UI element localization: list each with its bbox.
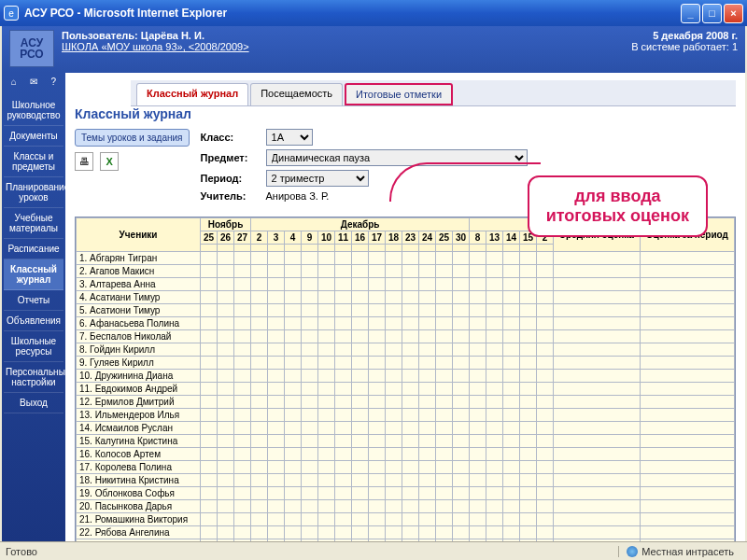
table-row: 1. Абгарян Тигран <box>77 252 735 265</box>
sidebar-item[interactable]: Персональные настройки <box>4 362 63 393</box>
app-logo: АСУ РСО <box>9 30 54 67</box>
sidebar-item[interactable]: Классы и предметы <box>4 147 63 177</box>
teacher-value: Анирова З. Р. <box>266 190 330 202</box>
sidebar: ⌂ ✉ ? Школьное руководствоДокументыКласс… <box>2 73 65 541</box>
app-header: АСУ РСО Пользователь: Царёва Н. И. ШКОЛА… <box>2 26 745 73</box>
table-row: 7. Беспалов Николай <box>77 330 735 343</box>
table-row: 22. Рябова Ангелина <box>77 526 735 539</box>
table-row: 6. Афанасьева Полина <box>77 317 735 330</box>
table-row: 17. Королева Полина <box>77 461 735 474</box>
sidebar-item[interactable]: Планирование уроков <box>4 177 63 208</box>
help-icon[interactable]: ? <box>46 77 61 91</box>
lessons-button[interactable]: Темы уроков и задания <box>75 129 190 147</box>
tabs: Классный журналПосещаемостьИтоговые отме… <box>131 80 736 106</box>
status-zone: Местная интрасеть <box>618 546 741 557</box>
table-row: 11. Евдокимов Андрей <box>77 383 735 396</box>
table-row: 21. Ромашкина Виктория <box>77 513 735 526</box>
globe-icon <box>627 546 638 557</box>
table-row: 20. Пасынкова Дарья <box>77 500 735 513</box>
table-row: 4. Асатиани Тимур <box>77 291 735 304</box>
print-icon[interactable]: 🖶 <box>75 152 93 171</box>
table-row: 5. Асатиони Тимур <box>77 304 735 317</box>
tab-attendance[interactable]: Посещаемость <box>250 83 343 105</box>
table-row: 13. Ильмендеров Илья <box>77 409 735 422</box>
excel-icon[interactable]: X <box>100 152 119 171</box>
main-content: Классный журналПосещаемостьИтоговые отме… <box>65 73 745 541</box>
close-button[interactable]: × <box>724 4 743 23</box>
period-select[interactable]: 2 триместр <box>266 170 369 187</box>
table-row: 15. Калугина Кристина <box>77 435 735 448</box>
sidebar-item[interactable]: Классный журнал <box>4 259 63 290</box>
window-titlebar: e АСУ РСО - Microsoft Internet Explorer … <box>0 0 747 26</box>
sidebar-item[interactable]: Документы <box>4 126 63 147</box>
table-row: 12. Ермилов Дмитрий <box>77 396 735 409</box>
sidebar-item[interactable]: Объявления <box>4 311 63 331</box>
home-icon[interactable]: ⌂ <box>7 77 21 91</box>
table-row: 18. Никитина Кристина <box>77 474 735 487</box>
sidebar-item[interactable]: Отчеты <box>4 290 63 311</box>
table-row: 2. Агапов Макисн <box>77 265 735 278</box>
sidebar-item[interactable]: Расписание <box>4 239 63 259</box>
window-title: АСУ РСО - Microsoft Internet Explorer <box>24 7 679 20</box>
tab-journal[interactable]: Классный журнал <box>136 83 248 105</box>
school-link[interactable]: ШКОЛА «МОУ школа 93», <2008/2009> <box>62 41 249 52</box>
table-row: 3. Алтарева Анна <box>77 278 735 291</box>
subject-label: Предмет: <box>201 152 266 163</box>
statusbar: Готово Местная интрасеть <box>0 541 747 560</box>
table-row: 19. Облонкова Софья <box>77 487 735 500</box>
mail-icon[interactable]: ✉ <box>26 77 41 91</box>
maximize-button[interactable]: □ <box>702 4 722 23</box>
page-title: Классный журнал <box>75 106 736 121</box>
status-done: Готово <box>6 546 37 557</box>
tab-final[interactable]: Итоговые отметки <box>345 83 453 105</box>
table-row: 16. Колосов Артем <box>77 448 735 461</box>
grade-grid: УченикиНоябрьДекабрь Средняя оценкаОценк… <box>75 217 736 541</box>
table-row: 8. Гойдин Кирилл <box>77 343 735 357</box>
sidebar-item[interactable]: Выход <box>4 393 63 413</box>
table-row: 14. Исмаилов Руслан <box>77 422 735 435</box>
teacher-label: Учитель: <box>201 190 266 202</box>
sidebar-item[interactable]: Школьные ресурсы <box>4 331 63 362</box>
table-row: 10. Дружинина Диана <box>77 370 735 383</box>
minimize-button[interactable]: _ <box>681 4 700 23</box>
period-label: Период: <box>201 173 266 184</box>
annotation-callout: для ввода итоговых оценок <box>528 175 708 237</box>
table-row: 9. Гуляев Кирилл <box>77 357 735 370</box>
ie-icon: e <box>4 6 19 21</box>
class-select[interactable]: 1А <box>266 129 313 146</box>
sidebar-item[interactable]: Учебные материалы <box>4 208 63 239</box>
class-label: Класс: <box>201 132 266 143</box>
sidebar-item[interactable]: Школьное руководство <box>4 95 63 126</box>
